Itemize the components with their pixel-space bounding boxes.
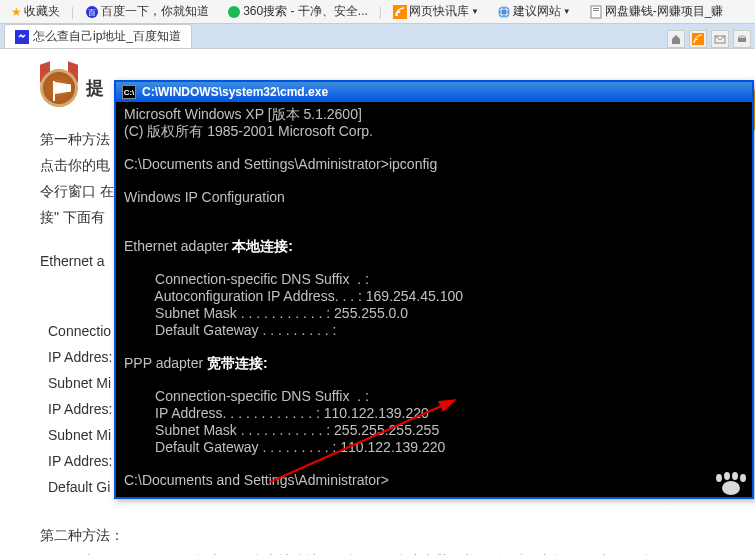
print-button[interactable] — [733, 30, 751, 48]
bookmark-baidu[interactable]: 百百度一下，你就知道 — [78, 0, 216, 23]
bookmark-360[interactable]: 360搜索 - 干净、安全... — [220, 0, 375, 23]
favorites-button[interactable]: ★收藏夹 — [4, 0, 67, 23]
tab-controls — [667, 30, 751, 48]
bookmark-feed[interactable]: 网页快讯库▼ — [386, 0, 486, 23]
cmd-titlebar[interactable]: C:\ C:\WINDOWS\system32\cmd.exe — [116, 80, 752, 102]
svg-point-4 — [396, 14, 398, 16]
tab-bar: 怎么查自己ip地址_百度知道 — [0, 24, 755, 48]
globe-icon — [497, 5, 511, 19]
answer-label: 提 — [86, 76, 104, 100]
bookmark-money[interactable]: 网盘赚钱-网赚项目_赚 — [582, 0, 731, 23]
mail-button[interactable] — [711, 30, 729, 48]
baidu-icon: 百 — [85, 5, 99, 19]
feed-icon — [393, 5, 407, 19]
paragraph: 到你的桌面右下角的任务栏上有一个本地连接的图标 是两个小电脑的样子 然后双击打开… — [40, 549, 715, 555]
home-button[interactable] — [667, 30, 685, 48]
browser-chrome: ★收藏夹 | 百百度一下，你就知道 360搜索 - 干净、安全... | 网页快… — [0, 0, 755, 49]
page-icon — [589, 5, 603, 19]
answer-badge-icon — [40, 69, 78, 107]
feed-button[interactable] — [689, 30, 707, 48]
tab-title: 怎么查自己ip地址_百度知道 — [33, 28, 181, 45]
paragraph: 第二种方法： — [40, 523, 715, 547]
cmd-window[interactable]: C:\ C:\WINDOWS\system32\cmd.exe Microsof… — [114, 80, 754, 499]
svg-rect-15 — [739, 35, 745, 38]
cmd-title-text: C:\WINDOWS\system32\cmd.exe — [142, 85, 328, 99]
browser-tab[interactable]: 怎么查自己ip地址_百度知道 — [4, 24, 192, 48]
cmd-icon: C:\ — [122, 85, 136, 99]
svg-rect-9 — [593, 8, 599, 9]
svg-rect-8 — [591, 6, 601, 18]
star-icon: ★ — [11, 5, 22, 19]
tab-favicon — [15, 30, 29, 44]
bookmark-suggest[interactable]: 建议网站▼ — [490, 0, 578, 23]
dropdown-icon: ▼ — [471, 7, 479, 16]
dropdown-icon: ▼ — [563, 7, 571, 16]
svg-point-2 — [228, 6, 240, 18]
svg-rect-10 — [593, 10, 599, 11]
360-icon — [227, 5, 241, 19]
svg-text:百: 百 — [88, 8, 96, 17]
svg-point-5 — [498, 6, 510, 18]
bookmarks-bar: ★收藏夹 | 百百度一下，你就知道 360搜索 - 干净、安全... | 网页快… — [0, 0, 755, 24]
cmd-output: Microsoft Windows XP [版本 5.1.2600] (C) 版… — [116, 102, 752, 497]
